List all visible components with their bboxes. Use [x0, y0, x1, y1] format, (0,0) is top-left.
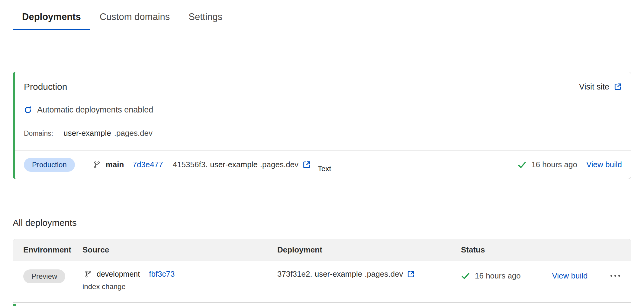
row-menu-button[interactable] — [610, 270, 621, 281]
view-build-link[interactable]: View build — [552, 271, 588, 281]
tab-settings[interactable]: Settings — [179, 11, 232, 30]
production-title: Production — [24, 82, 67, 92]
table-row: Preview development fbf3c73 index change — [13, 261, 631, 302]
tab-deployments[interactable]: Deployments — [13, 11, 90, 30]
deployment-status: 16 hours ago View build — [517, 160, 622, 169]
deployment-url-name: user-example — [315, 269, 362, 279]
production-card: Production Visit site Automatic deployme… — [13, 72, 631, 179]
git-branch-icon — [84, 270, 92, 278]
domains-row: Domains: user-example .pages.dev — [15, 115, 631, 138]
environment-cell: Preview — [23, 269, 82, 283]
external-link-icon — [613, 83, 622, 91]
deployment-cell: 373f31e2. user-example .pages.dev — [277, 269, 461, 279]
all-deployments-heading: All deployments — [13, 218, 631, 228]
visit-site-link[interactable]: Visit site — [579, 82, 622, 92]
deployment-url-suffix: .pages.dev — [260, 160, 298, 169]
deployment-url-link[interactable]: 373f31e2. user-example .pages.dev — [277, 269, 415, 279]
auto-deployments-text: Automatic deployments enabled — [37, 105, 153, 115]
column-header-environment: Environment — [23, 245, 82, 255]
domain-name: user-example — [63, 129, 111, 138]
domains-label: Domains: — [24, 129, 53, 138]
branch-name: main — [106, 160, 124, 169]
column-header-status: Status — [461, 245, 631, 255]
commit-link[interactable]: fbf3c73 — [149, 269, 175, 279]
column-header-deployment: Deployment — [277, 245, 461, 255]
environment-badge: Production — [24, 158, 75, 172]
text-annotation: Text — [318, 164, 331, 173]
deployment-time: 16 hours ago — [531, 160, 577, 169]
next-row-accent — [13, 304, 16, 306]
source-cell: development fbf3c73 index change — [82, 269, 277, 291]
success-check-icon — [461, 271, 470, 280]
table-header-row: Environment Source Deployment Status — [13, 239, 631, 261]
tab-custom-domains[interactable]: Custom domains — [90, 11, 179, 30]
auto-deployments-row: Automatic deployments enabled — [15, 92, 631, 115]
deployment-url-name: user-example — [210, 160, 258, 169]
tab-bar: Deployments Custom domains Settings — [13, 0, 631, 30]
git-branch-icon — [93, 161, 101, 169]
branch-name: development — [97, 270, 140, 278]
external-link-icon — [302, 160, 311, 169]
status-cell: 16 hours ago View build — [461, 270, 631, 281]
column-header-source: Source — [82, 245, 277, 255]
success-check-icon — [517, 160, 526, 169]
domain-suffix: .pages.dev — [114, 129, 153, 138]
view-build-link[interactable]: View build — [586, 160, 622, 169]
refresh-icon — [24, 106, 32, 114]
deployments-table: Environment Source Deployment Status Pre… — [13, 239, 631, 303]
production-deployment-row: Production main 7d3e477 415356f3. user-e… — [15, 151, 631, 179]
deployment-url-suffix: .pages.dev — [365, 269, 403, 279]
deployment-time: 16 hours ago — [475, 271, 521, 281]
external-link-icon — [407, 270, 415, 278]
commit-message: index change — [82, 282, 277, 291]
kebab-menu-icon — [610, 270, 621, 281]
deployment-url-prefix: 415356f3. — [173, 160, 208, 169]
deployment-url-link[interactable]: 415356f3. user-example .pages.dev — [173, 160, 311, 169]
commit-link[interactable]: 7d3e477 — [132, 160, 163, 169]
production-card-header: Production Visit site — [15, 72, 631, 92]
environment-badge: Preview — [23, 269, 65, 283]
deployment-url-prefix: 373f31e2. — [277, 269, 312, 279]
deployment-info: Production main 7d3e477 415356f3. user-e… — [24, 158, 331, 172]
visit-site-label: Visit site — [579, 82, 609, 92]
